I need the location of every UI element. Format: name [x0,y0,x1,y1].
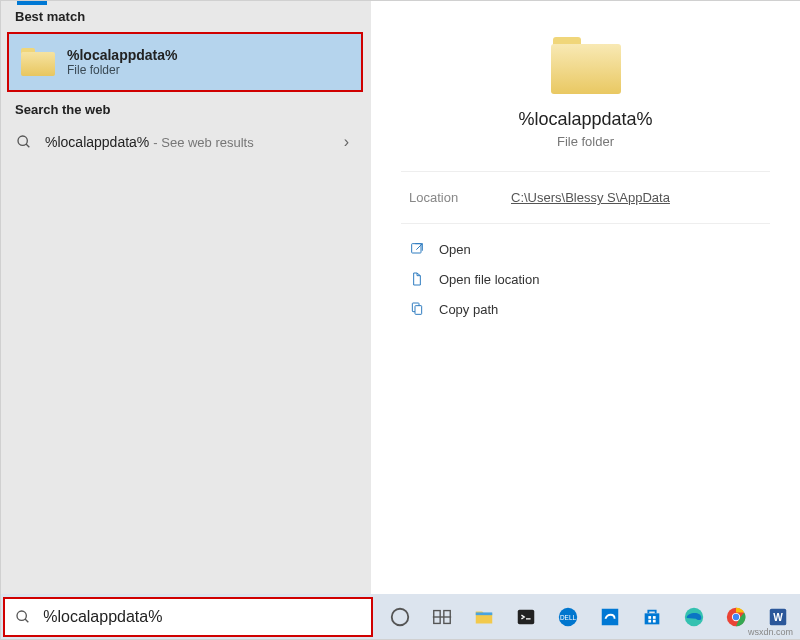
location-row: Location C:\Users\Blessy S\AppData [401,172,770,224]
svg-line-7 [25,619,28,622]
folder-icon [551,37,621,95]
search-icon [15,133,33,151]
svg-rect-17 [645,613,660,624]
svg-rect-12 [476,612,493,615]
svg-rect-16 [602,608,619,625]
taskbar: DELL W [1,594,800,639]
open-location-label: Open file location [439,272,539,287]
taskbar-icons: DELL W [379,594,799,639]
preview-pane: %localappdata% File folder Location C:\U… [371,1,800,595]
chevron-right-icon: › [344,133,349,151]
actions-list: Open Open file location Copy path [371,224,800,334]
best-match-title: %localappdata% [67,47,177,63]
file-explorer-icon[interactable] [463,596,505,638]
open-label: Open [439,242,471,257]
svg-rect-21 [653,619,656,622]
task-view-icon[interactable] [421,596,463,638]
copy-path-icon [409,301,425,317]
store-icon[interactable] [631,596,673,638]
svg-text:DELL: DELL [560,613,576,620]
svg-point-8 [392,608,409,625]
preview-title: %localappdata% [518,109,652,130]
location-value[interactable]: C:\Users\Blessy S\AppData [511,190,670,205]
svg-rect-2 [412,244,421,253]
taskbar-search-box[interactable] [3,597,373,637]
copy-path-action[interactable]: Copy path [401,294,770,324]
edge-legacy-icon[interactable] [589,596,631,638]
copy-path-label: Copy path [439,302,498,317]
web-result-sub: - See web results [153,135,253,150]
best-match-text: %localappdata% File folder [67,47,177,77]
open-action[interactable]: Open [401,234,770,264]
best-match-result[interactable]: %localappdata% File folder [7,32,363,92]
svg-rect-18 [648,616,651,619]
web-result[interactable]: %localappdata% - See web results › [1,123,371,161]
terminal-icon[interactable] [505,596,547,638]
best-match-subtitle: File folder [67,63,177,77]
search-icon [15,608,31,626]
search-input[interactable] [41,607,371,627]
search-window: Best match %localappdata% File folder Se… [0,0,800,640]
open-location-action[interactable]: Open file location [401,264,770,294]
watermark: wsxdn.com [748,627,793,637]
cortana-icon[interactable] [379,596,421,638]
preview-header: %localappdata% File folder [401,1,770,172]
open-icon [409,241,425,257]
svg-line-1 [26,144,29,147]
svg-point-0 [18,136,27,145]
accent-indicator [17,1,47,5]
svg-point-25 [733,613,739,619]
open-location-icon [409,271,425,287]
search-web-header: Search the web [1,94,371,123]
web-result-title: %localappdata% [45,134,149,150]
svg-rect-19 [653,616,656,619]
edge-icon[interactable] [673,596,715,638]
svg-rect-13 [518,609,535,624]
svg-rect-20 [648,619,651,622]
svg-point-6 [17,611,26,620]
folder-icon [21,48,55,76]
location-label: Location [401,190,511,205]
results-pane: Best match %localappdata% File folder Se… [1,1,371,595]
svg-rect-5 [415,306,422,315]
svg-text:W: W [773,611,783,622]
dell-icon[interactable]: DELL [547,596,589,638]
best-match-header: Best match [1,1,371,30]
preview-subtitle: File folder [557,134,614,149]
